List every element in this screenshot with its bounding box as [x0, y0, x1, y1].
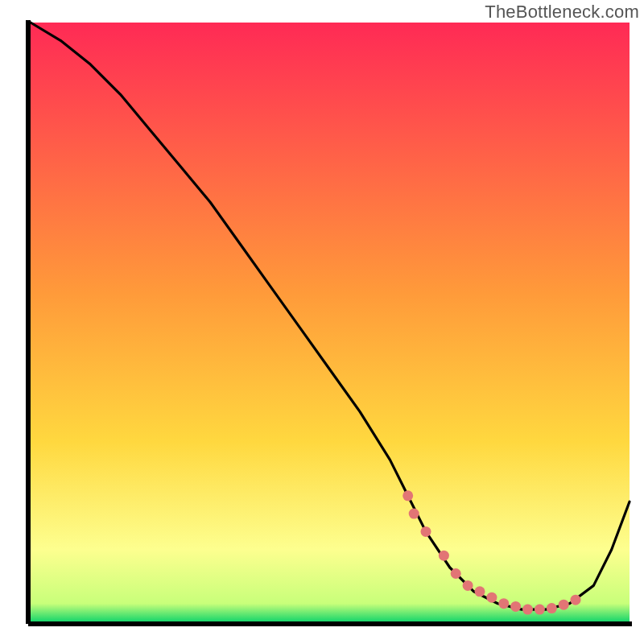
- highlight-dot: [510, 601, 521, 612]
- highlight-dot: [402, 490, 413, 501]
- highlight-dot: [498, 598, 509, 609]
- highlight-dot: [547, 603, 557, 613]
- highlight-dot: [522, 605, 533, 615]
- highlight-dot: [486, 592, 497, 603]
- highlight-dot: [421, 526, 431, 537]
- chart-svg: [0, 0, 644, 644]
- highlight-dot: [559, 600, 569, 610]
- watermark-text: TheBottleneck.com: [485, 2, 639, 23]
- highlight-dot: [571, 595, 581, 605]
- highlight-dot: [451, 568, 461, 579]
- highlight-dot: [463, 580, 473, 591]
- highlight-dot: [475, 586, 485, 597]
- plot-background: [31, 23, 630, 621]
- bottleneck-chart: TheBottleneck.com: [0, 0, 644, 644]
- highlight-dot: [535, 605, 545, 615]
- highlight-dot: [409, 509, 419, 519]
- highlight-dot: [439, 551, 449, 561]
